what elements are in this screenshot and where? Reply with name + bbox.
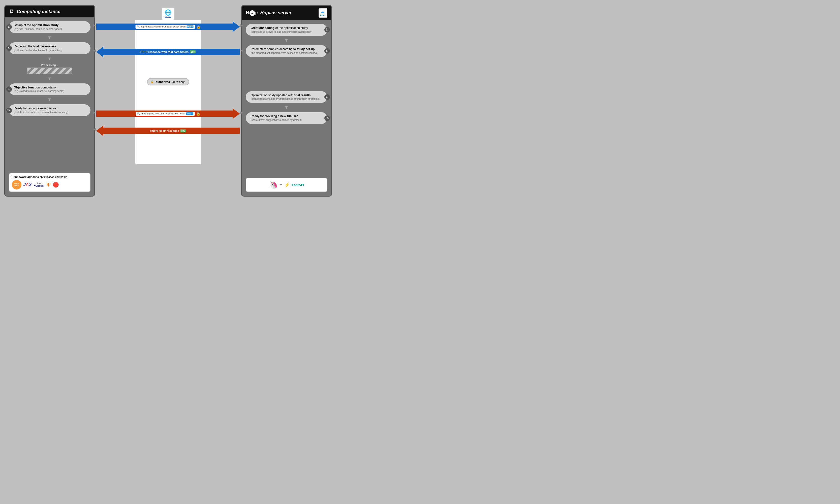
auth-badge: 🔒 Authorized users only! [147,78,189,86]
arrow-orange-left: empty HTTP response 200 [96,126,240,136]
flow-row-3: 🔍 http://hopaas.cloud.infn.it/api/tell/u… [96,108,240,119]
arrow-orange-right: 🔍 http://hopaas.cloud.infn.it/api/tell/u… [96,108,240,119]
left-panel: 🖥 Computing instance 1. Set-up of the op… [4,5,95,197]
flow-row-1: 🔍 http://hopaas.cloud.infn.it/api/ask/us… [96,21,240,32]
step-6: 6. Optimization study updated with trial… [246,91,327,103]
step-5: 5. Objective function computation (e.g. … [9,84,90,95]
left-panel-title: Computing instance [17,9,60,14]
step-4-number: 4. [6,46,12,51]
infn-badge: ☁ INFN [319,8,327,18]
search-icon-1: 🔍 [137,25,140,28]
url-text-2: http://hopaas.cloud.infn.it/api/tell/use… [141,112,185,115]
url-text-1: http://hopaas.cloud.infn.it/api/ask/user… [141,25,185,28]
lock-icon-auth: 🔒 [150,80,154,84]
framework-box: Framework-agnostic optimization campaign… [9,173,90,192]
step-3: 3. Parameters sampled according to study… [246,45,327,57]
arrow-4-content: empty HTTP response 200 [150,129,186,132]
arrow-down-3: ▼ [9,76,90,82]
step-5-number: 5. [6,87,12,92]
www-label: WWW [165,16,172,18]
auth-label: Authorized users only! [156,80,185,84]
xgboost-logo: dmlc XGBoost [34,182,44,187]
small-arrow-left-2: ◀ [240,48,243,52]
lock-icon-1: 🔒 [196,25,201,29]
spacer [246,59,327,89]
monitor-icon: 🖥 [9,8,14,15]
step-4: 4. Retrieving the trial parameters (both… [9,42,90,54]
tensorflow-logo: Ψ [47,182,50,188]
dashed-line [168,33,168,139]
url-bar-1: 🔍 http://hopaas.cloud.infn.it/api/ask/us… [135,25,195,29]
step-7a-number: 7a. [6,108,12,113]
sklearn-logo: scikitlearn [12,180,21,190]
step-7b-number: 7b. [324,115,330,121]
flow-row-4: empty HTTP response 200 [96,126,240,136]
diagram-wrapper: 🖥 Computing instance 1. Set-up of the op… [4,5,332,197]
post-badge-2: POST [186,112,193,115]
step-6-number: 6. [324,94,330,100]
search-icon-2: 🔍 [137,112,140,115]
fastapi-label: FastAPI [292,183,304,187]
www-globe-icon: 🌐 [165,9,172,16]
arrow-down-1: ▼ [9,35,90,40]
small-arrow-left-1: ◀ [93,48,96,52]
progress-bar [27,68,72,74]
pytorch-logo: 🔴 [53,182,59,188]
step-7b: 7b. Ready for providing a new trial set … [246,112,327,124]
framework-title: Framework-agnostic optimization campaign [12,175,87,178]
arrow-down-r1: ▼ [246,38,327,43]
step-1-sub: (e.g. title, min/max, sampler, search sp… [14,28,87,31]
arrow-3-content: 🔍 http://hopaas.cloud.infn.it/api/tell/u… [136,112,200,116]
step-1-number: 1. [6,24,12,30]
hopaas-logo: Hop [246,10,258,16]
www-badge: 🌐 WWW [162,7,174,20]
right-panel-header: Hop Hopaas server ☁ INFN [242,6,331,20]
step-2-number: 2. [324,27,330,33]
step-1: 1. Set-up of the optimization study (e.g… [9,21,90,33]
post-badge-1: POST [186,25,194,28]
step-2: 2. Creation/loading of the optimization … [246,24,327,36]
lightning-icon: ⚡ [284,182,290,188]
step-7a: 7a. Ready for testing a new trial set (b… [9,104,90,116]
step-7a-sub: (both from the same or a new optimizatio… [14,111,87,114]
api-box: 🦄 + ⚡ FastAPI [246,178,327,192]
small-arrow-right-2: ▶ [240,23,243,27]
small-arrow-right-3: ▶ [93,110,96,114]
step-5-sub: (e.g. closed formula, machine learning s… [14,89,87,93]
jax-logo: JAX [23,182,32,187]
status-200-1: 200 [190,50,196,53]
step-3-number: 3. [324,48,330,54]
left-steps: 1. Set-up of the optimization study (e.g… [5,17,94,120]
framework-logos: scikitlearn JAX dmlc XGBoost Ψ 🔴 [12,180,87,190]
arrow-down-2: ▼ [9,56,90,61]
small-arrow-right-4: ▶ [240,110,243,114]
lock-icon-3: 🔒 [196,112,200,116]
right-panel-title: Hopaas server [260,10,291,16]
small-arrow-right-1: ▶ [93,23,96,27]
trial-params-label: HTTP response with trial parameters [140,50,189,53]
arrow-down-4: ▼ [9,97,90,102]
arrow-down-r2: ▼ [246,105,327,110]
step-4-sub: (both constant and optimizable parameter… [14,49,87,52]
url-bar-2: 🔍 http://hopaas.cloud.infn.it/api/tell/u… [136,112,195,116]
unicorn-icon: 🦄 [269,181,278,189]
status-200-2: 200 [180,129,186,132]
right-panel: Hop Hopaas server ☁ INFN 2. Creation/loa… [241,5,332,197]
arrow-blue-right-1: 🔍 http://hopaas.cloud.infn.it/api/ask/us… [96,21,240,32]
processing-section: Processing... [9,64,90,74]
right-steps: 2. Creation/loading of the optimization … [242,20,331,128]
left-panel-header: 🖥 Computing instance [5,6,94,17]
flow-area: 🌐 WWW 🔍 http://hopaas.cloud.infn.it/api/… [95,5,241,197]
plus-sign: + [280,182,283,187]
small-arrow-left-3: ◀ [93,127,96,131]
empty-response-label: empty HTTP response [150,129,179,132]
arrow-1-content: 🔍 http://hopaas.cloud.infn.it/api/ask/us… [135,25,201,29]
processing-label: Processing... [9,64,90,67]
